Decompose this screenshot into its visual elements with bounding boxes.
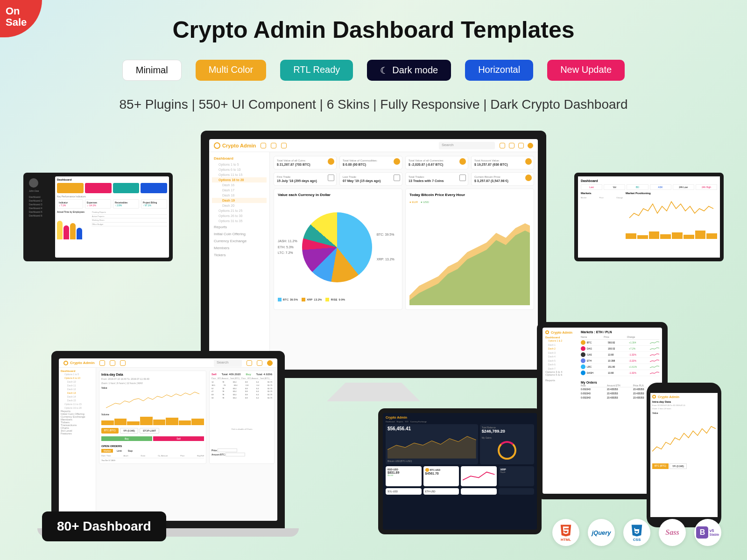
fullscreen-icon[interactable]: [247, 360, 252, 366]
fullscreen-icon[interactable]: [500, 143, 505, 148]
search-input[interactable]: Search: [439, 142, 495, 149]
app-header: Crypto Admin Search: [209, 139, 538, 152]
calendar-icon: [459, 175, 466, 181]
donut-icon: [498, 441, 516, 460]
bitcoin-icon: [328, 158, 334, 165]
sidebar-dashboard[interactable]: Dashboard: [212, 155, 267, 162]
pie-chart-card: Value each Currency in Dollar JASH: 11.2…: [274, 189, 402, 310]
stat-card: Total Account Value:$ 19,257.87 (636 BTC…: [471, 156, 534, 169]
trade-card: Total Trades:13 Trades with 7 Coins: [405, 172, 468, 186]
dark-sidebar: John Doe Dashboard Dashboard 2 Dashboard…: [27, 176, 55, 258]
page-title: Crypto Admin Dashboard Templates: [0, 0, 747, 43]
tablet-dark-preview: Crypto Admin Dashboard Reports ICO Curre…: [378, 408, 542, 534]
chat-icon[interactable]: [261, 143, 266, 148]
calendar-icon: [328, 175, 334, 181]
calendar-icon: [394, 175, 400, 181]
pie-chart: [302, 212, 372, 282]
tag-new-update[interactable]: New Update: [547, 60, 625, 81]
stat-tile: [141, 183, 167, 193]
sale-line2: Sale: [6, 17, 42, 28]
gear-icon[interactable]: [267, 360, 273, 366]
sass-icon: Sass: [659, 519, 686, 546]
jquery-icon: jQuery: [588, 519, 615, 546]
area-chart-card: Today Bitcoin Price Every Hour ● EUR ● U…: [405, 189, 534, 310]
preview-light-dashboard: Dashboard Last Vol BD ASK 24h Low 24h Hi…: [574, 173, 724, 261]
tag-multi-color[interactable]: Multi Color: [196, 60, 267, 81]
css3-icon: CSS: [623, 519, 650, 546]
phone-preview: Crypto Admin Intra-day Data From: 02.201…: [647, 383, 721, 527]
html5-icon: HTML: [552, 519, 579, 546]
stat-tile: [57, 183, 84, 193]
brand-logo[interactable]: Crypto Admin: [63, 361, 95, 365]
dark-preview-main: Dashboard Key Performance Indicators Ind…: [55, 176, 169, 258]
trade-card: Current Bitcoin Price:$ 3,257.87 (3,547.…: [471, 172, 534, 186]
stat-card: Total Value of Commodities:$ 0.00 (00 BT…: [339, 156, 402, 169]
table-row[interactable]: DASH13.80-1.32%: [581, 370, 659, 376]
tech-stack-icons: HTML jQuery CSS Sass B v5 Stable: [552, 519, 721, 546]
tag-dark-mode[interactable]: ☾ Dark mode: [367, 60, 451, 81]
dashboard-count-badge: 80+ Dashboard: [42, 511, 166, 541]
table-row[interactable]: GAS13.80-1.32%: [581, 352, 659, 358]
table-row[interactable]: BTC593.82+1.304: [581, 340, 659, 346]
tag-minimal[interactable]: Minimal: [122, 60, 182, 81]
gear-icon[interactable]: [528, 143, 533, 148]
trade-card: Last Trade:07 May '19 (15 days ago): [339, 172, 402, 186]
table-row[interactable]: DAG193.02+7.2%: [581, 346, 659, 352]
tab-btc[interactable]: BTC (BTC): [101, 428, 119, 434]
sell-button[interactable]: Sell: [153, 436, 204, 441]
chat-icon[interactable]: [99, 360, 105, 366]
sale-line1: On: [6, 6, 42, 17]
task-icon[interactable]: [120, 360, 126, 366]
mail-icon[interactable]: [110, 360, 115, 366]
bitcoin-icon: [525, 175, 532, 181]
feature-tags: Minimal Multi Color RTL Ready ☾ Dark mod…: [0, 60, 747, 81]
preview-dark-sidebar: John Doe Dashboard Dashboard 2 Dashboard…: [23, 173, 173, 261]
task-icon[interactable]: [281, 143, 287, 148]
subtitle: 85+ Plugins | 550+ UI Component | 6 Skin…: [0, 97, 747, 112]
bitcoin-icon: [525, 158, 532, 165]
main-content: Total Value of all Coins:$ 21,267.87 (70…: [270, 152, 538, 370]
stat-tile: [113, 183, 140, 193]
table-row[interactable]: ETH10.398-2.22%: [581, 358, 659, 364]
bitcoin-icon: [394, 158, 400, 165]
user-icon[interactable]: [518, 143, 524, 148]
bitcoin-icon: [459, 158, 466, 165]
monitor-stand: [327, 383, 420, 401]
moon-icon: ☾: [380, 65, 388, 76]
avatar: [29, 178, 38, 188]
brand-logo[interactable]: Crypto Admin: [214, 142, 256, 149]
area-chart: [409, 205, 530, 318]
table-row[interactable]: LRC151.80+1.61%: [581, 364, 659, 370]
mail-icon[interactable]: [271, 143, 276, 148]
laptop-preview: Crypto Admin Search Dashboard Options 1 …: [37, 351, 299, 537]
bell-icon[interactable]: [257, 360, 262, 366]
bell-icon[interactable]: [509, 143, 514, 148]
buy-button[interactable]: Buy: [101, 436, 152, 441]
logo-icon: [63, 361, 68, 365]
trade-card: First Trade:15 July '18 (295 days ago): [274, 172, 337, 186]
stat-card: Total Value of all Coins:$ 21,267.87 (70…: [274, 156, 337, 169]
tag-rtl[interactable]: RTL Ready: [280, 60, 353, 81]
logo-icon: [214, 142, 220, 149]
tag-horizontal[interactable]: Horizontal: [465, 60, 533, 81]
stat-tile: [85, 183, 112, 193]
stat-card: Total Value of all Currencies:$ -2,020.8…: [405, 156, 468, 169]
sidebar: Dashboard Options 1 to 5 Options 6 to 10…: [209, 152, 270, 370]
bootstrap-icon: B v5 Stable: [694, 519, 721, 546]
search-input[interactable]: Search: [214, 359, 242, 367]
